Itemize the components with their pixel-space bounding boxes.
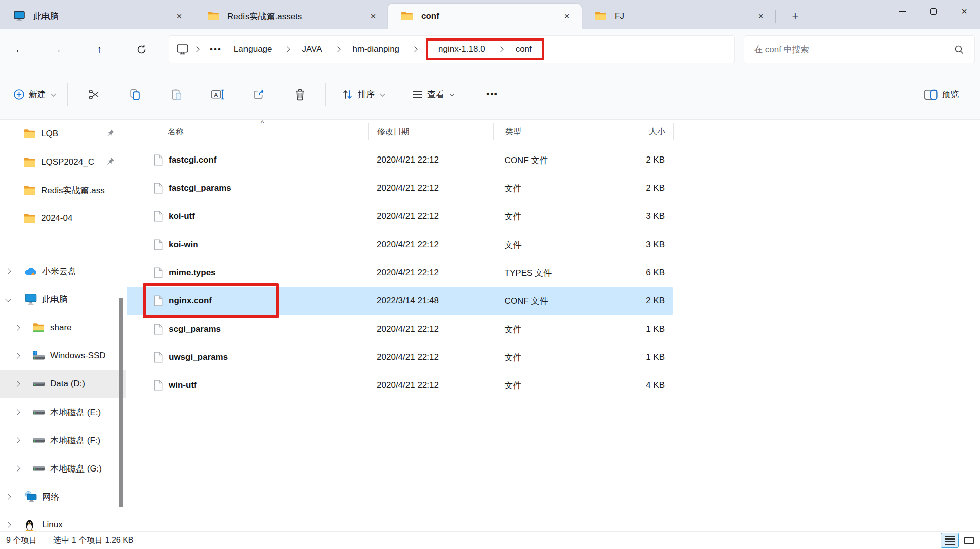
file-row-win-utf[interactable]: win-utf 2020/4/21 22:12 文件 4 KB: [127, 371, 673, 400]
file-row-koi-win[interactable]: koi-win 2020/4/21 22:12 文件 3 KB: [127, 230, 673, 259]
file-row-scgi-params[interactable]: scgi_params 2020/4/21 22:12 文件 1 KB: [127, 315, 673, 343]
sidebar-item-label: Windows-SSD: [50, 351, 106, 361]
sidebar-item-disk-f[interactable]: 本地磁盘 (F:): [0, 426, 126, 454]
preview-button[interactable]: 预览: [919, 81, 968, 109]
sidebar-item-windows-ssd[interactable]: Windows-SSD: [0, 342, 126, 370]
file-row-koi-utf[interactable]: koi-utf 2020/4/21 22:12 文件 3 KB: [127, 202, 673, 230]
sidebar-item-label: share: [50, 323, 72, 333]
close-icon[interactable]: ×: [753, 9, 768, 24]
file-name: koi-utf: [169, 211, 195, 221]
back-button[interactable]: ←: [10, 40, 29, 59]
sidebar-item-share[interactable]: share: [0, 313, 126, 342]
sidebar-separator: [4, 244, 122, 244]
breadcrumb-overflow[interactable]: •••: [205, 44, 227, 54]
preview-button-label: 预览: [942, 89, 959, 100]
navigation-bar: ← → ↑ ••• Language JAVA hm-dianping ngin…: [0, 29, 980, 69]
file-date: 2020/4/21 22:12: [368, 183, 493, 193]
column-header-date[interactable]: 修改日期: [369, 123, 494, 140]
file-icon: [154, 154, 163, 166]
sidebar-item-data-d[interactable]: Data (D:): [0, 370, 126, 398]
close-icon[interactable]: ×: [172, 9, 187, 24]
view-toggles: [941, 533, 978, 548]
sidebar-item-lqb[interactable]: LQB: [0, 120, 126, 148]
search-icon: [954, 44, 964, 55]
folder-icon: [207, 11, 219, 21]
file-size: 4 KB: [602, 380, 673, 390]
rename-button[interactable]: A: [205, 81, 229, 109]
sidebar-item-linux[interactable]: Linux: [0, 511, 126, 531]
file-type: CONF 文件: [493, 295, 603, 307]
tab-this-pc[interactable]: 此电脑 ×: [0, 4, 194, 29]
sidebar-item-disk-e[interactable]: 本地磁盘 (E:): [0, 398, 126, 426]
sidebar-item-lqsp2024[interactable]: LQSP2024_C: [0, 148, 126, 176]
up-button[interactable]: ↑: [90, 40, 109, 59]
file-size: 6 KB: [602, 268, 673, 278]
tab-redis-assets[interactable]: Redis实战篇.assets ×: [194, 4, 388, 29]
tab-label: Redis实战篇.assets: [227, 11, 366, 22]
file-size: 3 KB: [602, 240, 673, 250]
breadcrumb-item-conf[interactable]: conf: [509, 44, 539, 54]
column-header-type[interactable]: 类型: [494, 123, 603, 140]
file-row-mime-types[interactable]: mime.types 2020/4/21 22:12 TYPES 文件 6 KB: [127, 259, 673, 287]
file-type: 文件: [493, 183, 603, 194]
close-icon[interactable]: ×: [559, 9, 575, 24]
sidebar-item-disk-g[interactable]: 本地磁盘 (G:): [0, 454, 126, 483]
file-name: fastcgi.conf: [169, 155, 216, 165]
paste-button[interactable]: [164, 81, 188, 109]
sidebar-item-label: 小米云盘: [42, 266, 76, 277]
chevron-down-icon: [5, 296, 11, 302]
sidebar-scrollbar[interactable]: [119, 298, 123, 507]
cut-button[interactable]: [81, 81, 106, 109]
sidebar-item-label: Data (D:): [50, 379, 85, 389]
breadcrumb-item-language[interactable]: Language: [227, 44, 279, 54]
annotation-red-box-nginx-conf: [143, 283, 279, 318]
sidebar-item-label: Linux: [42, 520, 63, 530]
sort-button[interactable]: 排序: [335, 81, 392, 109]
column-header-name[interactable]: 名称: [126, 123, 369, 140]
svg-text:A: A: [214, 92, 218, 98]
maximize-button[interactable]: [918, 0, 949, 22]
refresh-button[interactable]: [132, 40, 151, 59]
details-view-icon: [945, 536, 955, 545]
sidebar-item-this-pc[interactable]: 此电脑: [0, 285, 126, 313]
file-row-fastcgi-conf[interactable]: fastcgi.conf 2020/4/21 22:12 CONF 文件 2 K…: [127, 146, 673, 174]
new-button[interactable]: 新建: [8, 81, 62, 109]
more-options-button[interactable]: •••: [478, 81, 506, 109]
tab-conf-active[interactable]: conf ×: [388, 4, 582, 29]
forward-button[interactable]: →: [47, 40, 66, 59]
file-rows: fastcgi.conf 2020/4/21 22:12 CONF 文件 2 K…: [126, 146, 980, 400]
file-type: 文件: [493, 380, 603, 391]
tab-label: conf: [421, 11, 559, 21]
breadcrumb-item-java[interactable]: JAVA: [295, 44, 330, 54]
large-icons-view-button[interactable]: [960, 533, 978, 548]
file-name: win-utf: [169, 380, 197, 390]
file-type: 文件: [493, 211, 603, 222]
window-controls: ×: [886, 0, 980, 22]
sidebar-item-redis-assets[interactable]: Redis实战篇.ass: [0, 176, 126, 204]
close-icon[interactable]: ×: [366, 9, 381, 24]
search-box[interactable]: 在 conf 中搜索: [744, 35, 975, 63]
file-icon: [154, 239, 163, 250]
tab-fj[interactable]: FJ ×: [582, 4, 775, 29]
minimize-button[interactable]: [886, 0, 918, 22]
breadcrumb-item-nginx[interactable]: nginx-1.18.0: [431, 44, 493, 54]
column-header-size[interactable]: 大小: [603, 123, 674, 140]
share-button[interactable]: [247, 81, 271, 109]
sidebar-item-network[interactable]: 网络: [0, 483, 126, 511]
view-button[interactable]: 查看: [405, 81, 462, 109]
copy-button[interactable]: [123, 81, 147, 109]
file-name: fastcgi_params: [169, 183, 231, 193]
breadcrumb-item-hm-dianping[interactable]: hm-dianping: [346, 44, 407, 54]
details-view-button[interactable]: [941, 533, 959, 548]
computer-icon: [176, 44, 189, 55]
file-icon: [154, 211, 163, 222]
file-row-uwsgi-params[interactable]: uwsgi_params 2020/4/21 22:12 文件 1 KB: [127, 343, 673, 371]
sidebar-item-xiaomi-cloud[interactable]: 小米云盘: [0, 257, 126, 285]
delete-button[interactable]: [288, 81, 312, 109]
close-button[interactable]: ×: [949, 0, 980, 22]
address-bar[interactable]: ••• Language JAVA hm-dianping nginx-1.18…: [169, 35, 735, 63]
file-row-fastcgi-params[interactable]: fastcgi_params 2020/4/21 22:12 文件 2 KB: [127, 174, 673, 202]
file-row-nginx-conf-selected[interactable]: nginx.conf 2022/3/14 21:48 CONF 文件 2 KB: [127, 287, 673, 315]
new-tab-button[interactable]: +: [787, 8, 804, 25]
sidebar-item-2024-04[interactable]: 2024-04: [0, 204, 126, 232]
